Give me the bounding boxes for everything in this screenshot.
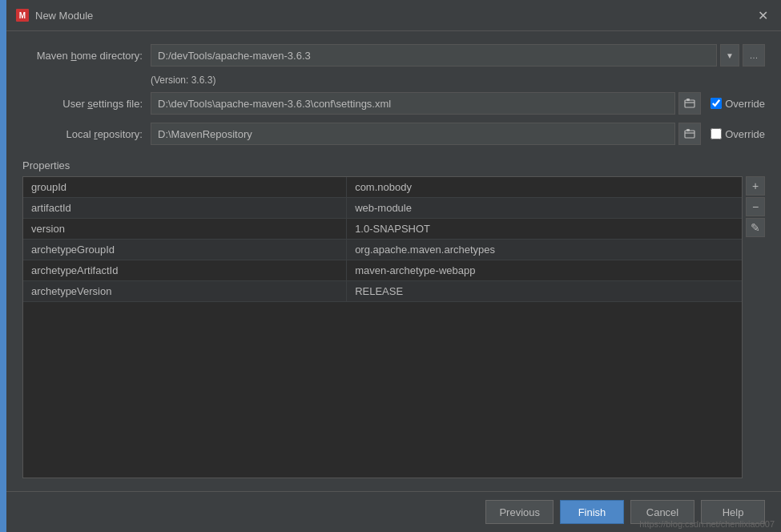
local-repo-row: Local repository: Override [22, 123, 765, 145]
local-repo-input-group: Override [151, 123, 765, 145]
table-row[interactable]: artifactIdweb-module [23, 198, 742, 219]
left-accent [0, 0, 6, 532]
svg-text:M: M [19, 11, 26, 20]
property-name: archetypeArtifactId [23, 260, 347, 281]
svg-rect-2 [685, 100, 694, 107]
maven-home-label: Maven home directory: [22, 50, 151, 62]
maven-version: (Version: 3.6.3) [151, 75, 765, 86]
table-row[interactable]: archetypeGroupIdorg.apache.maven.archety… [23, 240, 742, 260]
close-button[interactable]: ✕ [754, 6, 771, 24]
property-value: RELEASE [347, 281, 742, 302]
property-value: org.apache.maven.archetypes [347, 240, 742, 260]
watermark: https://blog.csdn.net/chenlixiao007 [639, 519, 775, 529]
svg-rect-3 [686, 99, 690, 101]
property-name: archetypeVersion [23, 281, 347, 302]
local-repo-override-checkbox[interactable] [711, 128, 722, 139]
table-row[interactable]: archetypeVersionRELEASE [23, 281, 742, 302]
user-settings-row: User settings file: Override [22, 92, 765, 115]
add-property-button[interactable]: + [746, 176, 765, 195]
property-name: artifactId [23, 198, 347, 219]
property-name: version [23, 219, 347, 240]
title-bar: M New Module ✕ [6, 0, 781, 31]
svg-rect-5 [686, 129, 690, 131]
previous-button[interactable]: Previous [485, 500, 554, 524]
property-name: archetypeGroupId [23, 240, 347, 260]
property-value: web-module [347, 198, 742, 219]
maven-home-input-group: ▼ … [151, 44, 765, 66]
maven-home-browse[interactable]: … [743, 44, 765, 66]
user-settings-input-group: Override [151, 92, 765, 115]
property-value: 1.0-SNAPSHOT [347, 219, 742, 240]
user-settings-input[interactable] [151, 92, 675, 115]
properties-title: Properties [22, 159, 765, 171]
svg-rect-4 [685, 131, 694, 138]
properties-section: Properties groupIdcom.nobodyartifactIdwe… [22, 159, 765, 478]
remove-property-button[interactable]: − [746, 197, 765, 216]
maven-home-row: Maven home directory: ▼ … [22, 44, 765, 66]
maven-home-input[interactable] [151, 44, 717, 66]
properties-table-wrapper: groupIdcom.nobodyartifactIdweb-modulever… [22, 176, 765, 478]
maven-home-dropdown[interactable]: ▼ [720, 44, 739, 66]
properties-table-container[interactable]: groupIdcom.nobodyartifactIdweb-modulever… [22, 176, 743, 478]
dialog-title: New Module [35, 10, 93, 22]
property-name: groupId [23, 177, 347, 198]
table-row[interactable]: groupIdcom.nobody [23, 177, 742, 198]
dialog-content: Maven home directory: ▼ … (Version: 3.6.… [6, 31, 781, 491]
local-repo-label: Local repository: [22, 128, 151, 140]
properties-side-buttons: + − ✎ [746, 176, 765, 478]
user-settings-label: User settings file: [22, 98, 151, 110]
user-settings-override-label: Override [711, 98, 765, 110]
property-value: com.nobody [347, 177, 742, 198]
user-settings-override-checkbox[interactable] [711, 98, 722, 109]
local-repo-override-label: Override [711, 128, 765, 140]
local-repo-browse[interactable] [678, 123, 701, 145]
table-row[interactable]: archetypeArtifactIdmaven-archetype-webap… [23, 260, 742, 281]
edit-property-button[interactable]: ✎ [746, 218, 765, 237]
user-settings-browse[interactable] [678, 92, 701, 115]
title-bar-left: M New Module [16, 9, 93, 22]
properties-table: groupIdcom.nobodyartifactIdweb-modulever… [23, 177, 742, 302]
app-icon: M [16, 9, 29, 22]
table-row[interactable]: version1.0-SNAPSHOT [23, 219, 742, 240]
dialog: M New Module ✕ Maven home directory: ▼ …… [0, 0, 781, 532]
property-value: maven-archetype-webapp [347, 260, 742, 281]
local-repo-input[interactable] [151, 123, 675, 145]
finish-button[interactable]: Finish [560, 500, 624, 524]
